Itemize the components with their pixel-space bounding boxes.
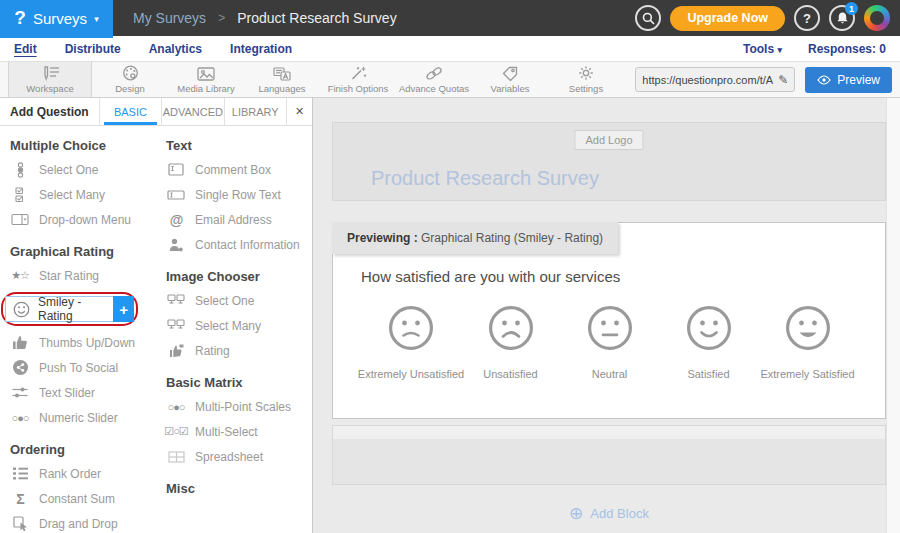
smiley-option-satisfied[interactable]: Satisfied [659, 305, 758, 380]
panel-item-text-slider[interactable]: Text Slider [0, 384, 150, 401]
tools-menu[interactable]: Tools ▾ [743, 42, 782, 56]
panel-item-constant-sum[interactable]: Σ Constant Sum [0, 490, 150, 507]
edit-url-pencil-icon[interactable]: ✎ [778, 73, 788, 87]
close-panel-button[interactable]: ✕ [286, 98, 312, 125]
tab-advanced[interactable]: ADVANCED [161, 98, 223, 125]
advance-quotas-link-icon [425, 65, 443, 81]
section-header: Ordering [10, 442, 150, 457]
survey-nav-bar: Edit Distribute Analytics Integration To… [0, 36, 900, 62]
breadcrumb: My Surveys > Product Research Survey [133, 10, 397, 26]
toolbar-design[interactable]: Design [92, 62, 168, 97]
survey-url-box: ✎ [635, 67, 795, 92]
panel-item-image-select-many[interactable]: Select Many [156, 317, 312, 334]
rank-order-icon [10, 467, 30, 480]
section-header: Multiple Choice [10, 138, 150, 153]
survey-canvas: Add Logo Product Research Survey Preview… [313, 98, 900, 533]
product-name: Surveys [33, 10, 87, 27]
tab-integration[interactable]: Integration [230, 42, 292, 56]
design-palette-icon [122, 65, 139, 81]
smiley-option-neutral[interactable]: Neutral [560, 305, 659, 380]
panel-item-select-one[interactable]: Select One [0, 161, 150, 178]
smiley-extremely-unsatisfied-icon [388, 305, 434, 351]
previewing-value: Graphical Rating (Smiley - Rating) [421, 231, 603, 245]
survey-title[interactable]: Product Research Survey [371, 167, 599, 190]
vertical-scrollbar[interactable] [886, 98, 900, 533]
person-icon [166, 238, 186, 252]
smiley-option-extremely-unsatisfied[interactable]: Extremely Unsatisfied [361, 305, 461, 380]
panel-item-drag-and-drop[interactable]: Drag and Drop [0, 515, 150, 532]
panel-item-dropdown-menu[interactable]: Drop-down Menu [0, 211, 150, 228]
panel-item-select-many[interactable]: Select Many [0, 186, 150, 203]
panel-item-image-rating[interactable]: Rating [156, 342, 312, 359]
tab-basic[interactable]: BASIC [99, 98, 161, 125]
panel-item-multi-point-scales[interactable]: ○●○ Multi-Point Scales [156, 398, 312, 415]
upgrade-now-button[interactable]: Upgrade Now [670, 6, 785, 31]
share-icon [10, 360, 30, 375]
add-block-button[interactable]: ⊕ Add Block [332, 503, 886, 524]
smiley-option-unsatisfied[interactable]: Unsatisfied [461, 305, 560, 380]
question-type-column-2: Text Comment Box Single Row Text @ Email… [150, 126, 312, 533]
panel-item-single-row-text[interactable]: Single Row Text [156, 186, 312, 203]
panel-tab-bar: Add Question BASIC ADVANCED LIBRARY ✕ [0, 98, 312, 126]
tab-analytics[interactable]: Analytics [149, 42, 202, 56]
section-misc: Misc [156, 481, 312, 496]
panel-item-email-address[interactable]: @ Email Address [156, 211, 312, 228]
top-bar: ? Surveys ▾ My Surveys > Product Researc… [0, 0, 900, 36]
section-header: Image Chooser [166, 269, 312, 284]
panel-item-spreadsheet[interactable]: Spreadsheet [156, 448, 312, 465]
languages-icon [273, 65, 291, 81]
tab-edit[interactable]: Edit [14, 42, 37, 56]
single-row-text-icon [166, 190, 186, 200]
topbar-actions: Upgrade Now ? 1 [635, 5, 900, 31]
user-avatar[interactable] [864, 5, 890, 31]
question-preview-block: Previewing : Graphical Rating (Smiley - … [332, 222, 886, 419]
questionpro-logo[interactable]: ? Surveys ▾ [0, 0, 113, 36]
toolbar-variables[interactable]: Variables [472, 62, 548, 97]
add-smiley-rating-button[interactable]: + [113, 296, 134, 322]
panel-item-rank-order[interactable]: Rank Order [0, 465, 150, 482]
panel-item-contact-information[interactable]: Contact Information [156, 236, 312, 253]
at-sign-icon: @ [166, 212, 186, 228]
eye-icon [817, 75, 831, 85]
search-button[interactable] [635, 5, 661, 31]
panel-item-push-to-social[interactable]: Push To Social [0, 359, 150, 376]
toolbar-languages[interactable]: Languages [244, 62, 320, 97]
notification-count-badge: 1 [845, 2, 858, 15]
question-text[interactable]: How satisfied are you with our services [361, 268, 620, 285]
smiley-option-extremely-satisfied[interactable]: Extremely Satisfied [758, 305, 857, 380]
toolbar-finish-options[interactable]: Finish Options [320, 62, 396, 97]
help-button[interactable]: ? [794, 5, 820, 31]
panel-item-thumbs-up-down[interactable]: Thumbs Up/Down [0, 334, 150, 351]
breadcrumb-my-surveys[interactable]: My Surveys [133, 10, 206, 26]
section-header: Basic Matrix [166, 375, 312, 390]
empty-block-strip [333, 426, 885, 439]
preview-button[interactable]: Preview [805, 67, 892, 93]
sigma-icon: Σ [10, 491, 30, 507]
notifications-button[interactable]: 1 [829, 5, 855, 31]
smiley-icon [11, 301, 31, 318]
add-logo-button[interactable]: Add Logo [574, 130, 643, 150]
toolbar-advance-quotas[interactable]: Advance Quotas [396, 62, 472, 97]
tab-distribute[interactable]: Distribute [65, 42, 121, 56]
responses-count[interactable]: Responses: 0 [808, 42, 886, 56]
search-icon [642, 12, 655, 25]
image-pair-icon [166, 294, 186, 307]
breadcrumb-separator: > [218, 11, 225, 25]
panel-item-smiley-rating[interactable]: Smiley - Rating + [5, 296, 134, 322]
panel-item-star-rating[interactable]: ★☆ Star Rating [0, 267, 150, 284]
survey-url-input[interactable] [642, 74, 778, 86]
variables-tag-icon [502, 65, 518, 81]
empty-block-placeholder [332, 425, 886, 485]
panel-item-image-select-one[interactable]: Select One [156, 292, 312, 309]
tab-library[interactable]: LIBRARY [224, 98, 286, 125]
panel-item-comment-box[interactable]: Comment Box [156, 161, 312, 178]
toolbar-settings[interactable]: Settings [548, 62, 624, 97]
panel-item-multi-select[interactable]: ☑○☑ Multi-Select [156, 423, 312, 440]
multi-select-icon: ☑○☑ [166, 425, 186, 438]
image-pair-icon [166, 319, 186, 332]
toolbar-workspace[interactable]: Workspace [8, 62, 92, 97]
section-header: Text [166, 138, 312, 153]
panel-item-numeric-slider[interactable]: ○●○ Numeric Slider [0, 409, 150, 426]
section-header: Misc [166, 481, 312, 496]
toolbar-media-library[interactable]: Media Library [168, 62, 244, 97]
